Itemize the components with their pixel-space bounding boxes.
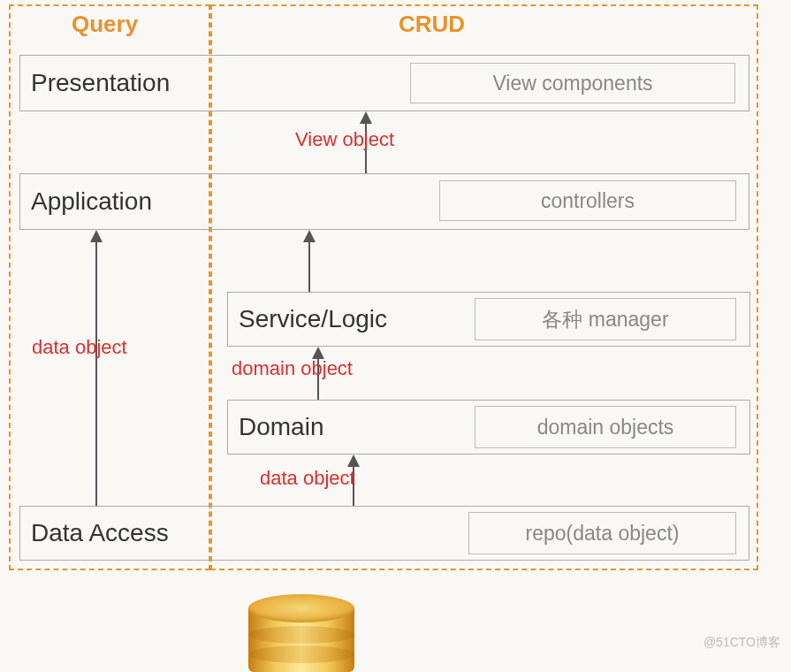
service-component: 各种 manager [542, 306, 668, 333]
flow-data-object-right: data object [260, 467, 355, 490]
arrow-data-object-right [353, 454, 370, 506]
application-label: Application [31, 187, 152, 216]
presentation-component-box: View components [410, 63, 735, 103]
application-component: controllers [541, 189, 635, 213]
dataaccess-label: Data Access [31, 519, 169, 547]
flow-domain-object: domain object [232, 357, 353, 380]
watermark: @51CTO博客 [704, 635, 780, 651]
domain-component: domain objects [537, 416, 674, 439]
database-icon [248, 594, 354, 672]
application-component-box: controllers [439, 180, 736, 221]
dataaccess-component-box: repo(data object) [468, 512, 736, 554]
flow-view-object: View object [295, 128, 394, 151]
domain-label: Domain [239, 413, 323, 441]
dataaccess-component: repo(data object) [526, 522, 680, 546]
service-label: Service/Logic [239, 305, 387, 333]
presentation-label: Presentation [31, 69, 170, 97]
flow-data-object-left: data object [32, 336, 127, 359]
presentation-component: View components [492, 72, 652, 95]
query-title: Query [66, 11, 143, 38]
crud-title: CRUD [393, 11, 470, 38]
arrow-service-application [308, 230, 326, 292]
service-component-box: 各种 manager [475, 298, 736, 340]
arrow-data-object-left [95, 230, 113, 506]
domain-component-box: domain objects [475, 406, 736, 448]
architecture-diagram: Query CRUD Presentation View components … [0, 0, 791, 672]
